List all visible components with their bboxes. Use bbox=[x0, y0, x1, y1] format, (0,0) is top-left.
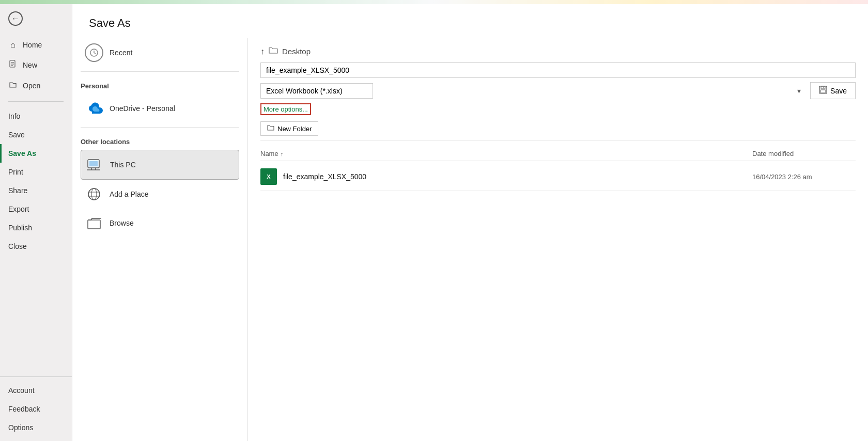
location-panel: Recent Personal OneDrive - Personal Othe… bbox=[72, 38, 248, 441]
file-name: file_example_XLSX_5000 bbox=[283, 172, 752, 181]
location-item-addplace[interactable]: Add a Place bbox=[81, 180, 239, 209]
main-content: Save As Recent Personal bbox=[72, 4, 868, 441]
sidebar-item-close[interactable]: Close bbox=[0, 237, 72, 256]
svg-point-11 bbox=[91, 188, 97, 200]
content-body: Recent Personal OneDrive - Personal Othe… bbox=[72, 38, 868, 441]
save-label: Save bbox=[830, 87, 847, 95]
sidebar-label-saveas: Save As bbox=[8, 149, 36, 158]
svg-rect-17 bbox=[820, 90, 826, 93]
recent-label: Recent bbox=[110, 49, 132, 57]
format-select[interactable]: Excel Workbook (*.xlsx) Excel 97-2003 Wo… bbox=[260, 83, 373, 99]
sidebar-label-publish: Publish bbox=[8, 224, 32, 232]
thispc-label: This PC bbox=[110, 161, 136, 169]
sidebar-menu-nav: Info Save Save As Print Share Export Pub… bbox=[0, 105, 72, 258]
location-divider-2 bbox=[81, 127, 239, 128]
file-toolbar: New Folder bbox=[260, 121, 856, 140]
breadcrumb-folder-icon bbox=[269, 46, 278, 56]
new-folder-label: New Folder bbox=[277, 125, 312, 133]
filename-input[interactable] bbox=[260, 62, 856, 78]
svg-rect-16 bbox=[821, 86, 825, 89]
file-date: 16/04/2023 2:26 am bbox=[752, 173, 856, 181]
browse-label: Browse bbox=[110, 219, 134, 227]
sidebar: ← ⌂ Home New Open bbox=[0, 4, 72, 441]
sidebar-item-info[interactable]: Info bbox=[0, 107, 72, 125]
format-row: Excel Workbook (*.xlsx) Excel 97-2003 Wo… bbox=[260, 82, 856, 99]
sidebar-item-options[interactable]: Options bbox=[0, 418, 72, 437]
column-date-modified[interactable]: Date modified bbox=[752, 150, 856, 158]
location-item-onedrive[interactable]: OneDrive - Personal bbox=[81, 94, 239, 123]
recent-icon bbox=[85, 43, 103, 62]
breadcrumb-path: Desktop bbox=[282, 47, 311, 56]
sidebar-label-export: Export bbox=[8, 205, 29, 213]
thispc-icon bbox=[85, 155, 104, 174]
sidebar-label-print: Print bbox=[8, 168, 23, 176]
location-item-recent[interactable]: Recent bbox=[81, 38, 239, 67]
browse-icon bbox=[85, 214, 103, 232]
new-icon bbox=[8, 60, 18, 70]
sidebar-item-save[interactable]: Save bbox=[0, 125, 72, 144]
sidebar-label-feedback: Feedback bbox=[8, 405, 40, 413]
other-section-title: Other locations bbox=[81, 132, 239, 150]
svg-rect-9 bbox=[89, 161, 98, 166]
column-name-label: Name bbox=[260, 150, 278, 158]
onedrive-label: OneDrive - Personal bbox=[110, 104, 175, 113]
addplace-icon bbox=[85, 185, 103, 203]
location-item-thispc[interactable]: This PC bbox=[81, 150, 239, 180]
new-folder-icon bbox=[267, 124, 274, 133]
sidebar-label-close: Close bbox=[8, 242, 27, 250]
location-item-browse[interactable]: Browse bbox=[81, 209, 239, 238]
breadcrumb: ↑ Desktop bbox=[260, 46, 856, 56]
sidebar-label-save: Save bbox=[8, 131, 25, 139]
home-icon: ⌂ bbox=[8, 40, 18, 50]
sidebar-top-nav: ⌂ Home New Open bbox=[0, 33, 72, 98]
sidebar-item-share[interactable]: Share bbox=[0, 181, 72, 200]
sidebar-label-share: Share bbox=[8, 186, 27, 195]
column-name[interactable]: Name ↑ bbox=[260, 150, 752, 158]
back-button[interactable]: ← bbox=[0, 4, 72, 33]
sidebar-item-account[interactable]: Account bbox=[0, 381, 72, 400]
sidebar-label-account: Account bbox=[8, 386, 35, 395]
onedrive-icon bbox=[85, 99, 103, 118]
addplace-label: Add a Place bbox=[110, 190, 149, 198]
sidebar-label-new: New bbox=[23, 61, 37, 69]
sidebar-item-home[interactable]: ⌂ Home bbox=[0, 35, 72, 55]
sidebar-item-print[interactable]: Print bbox=[0, 163, 72, 181]
sidebar-divider-top bbox=[8, 101, 64, 102]
sidebar-item-export[interactable]: Export bbox=[0, 200, 72, 218]
file-panel: ↑ Desktop Excel Workbook (*.xlsx) Excel … bbox=[248, 38, 868, 441]
more-options-link[interactable]: More options... bbox=[260, 103, 311, 115]
personal-section-title: Personal bbox=[81, 76, 239, 94]
breadcrumb-up-icon[interactable]: ↑ bbox=[260, 47, 265, 56]
sidebar-label-open: Open bbox=[23, 82, 40, 90]
back-icon: ← bbox=[8, 11, 23, 26]
sidebar-item-open[interactable]: Open bbox=[0, 75, 72, 96]
sidebar-item-saveas[interactable]: Save As bbox=[0, 144, 72, 163]
location-divider-1 bbox=[81, 71, 239, 72]
excel-file-icon: X bbox=[260, 168, 277, 185]
save-button[interactable]: Save bbox=[810, 82, 856, 99]
format-select-wrapper: Excel Workbook (*.xlsx) Excel 97-2003 Wo… bbox=[260, 83, 806, 99]
sidebar-label-home: Home bbox=[23, 41, 42, 49]
new-folder-button[interactable]: New Folder bbox=[260, 121, 318, 136]
sort-arrow: ↑ bbox=[281, 151, 284, 157]
svg-rect-14 bbox=[88, 220, 100, 229]
sidebar-item-feedback[interactable]: Feedback bbox=[0, 400, 72, 418]
page-title: Save As bbox=[72, 4, 868, 38]
table-row[interactable]: X file_example_XLSX_5000 16/04/2023 2:26… bbox=[260, 163, 856, 191]
save-icon bbox=[819, 86, 827, 96]
svg-point-10 bbox=[88, 188, 100, 200]
sidebar-label-info: Info bbox=[8, 112, 20, 120]
sidebar-label-options: Options bbox=[8, 423, 33, 432]
file-list-header: Name ↑ Date modified bbox=[260, 147, 856, 161]
sidebar-bottom: Account Feedback Options bbox=[0, 376, 72, 441]
top-decorative-bar bbox=[0, 0, 868, 4]
open-icon bbox=[8, 81, 18, 91]
sidebar-item-publish[interactable]: Publish bbox=[0, 218, 72, 237]
sidebar-item-new[interactable]: New bbox=[0, 55, 72, 75]
